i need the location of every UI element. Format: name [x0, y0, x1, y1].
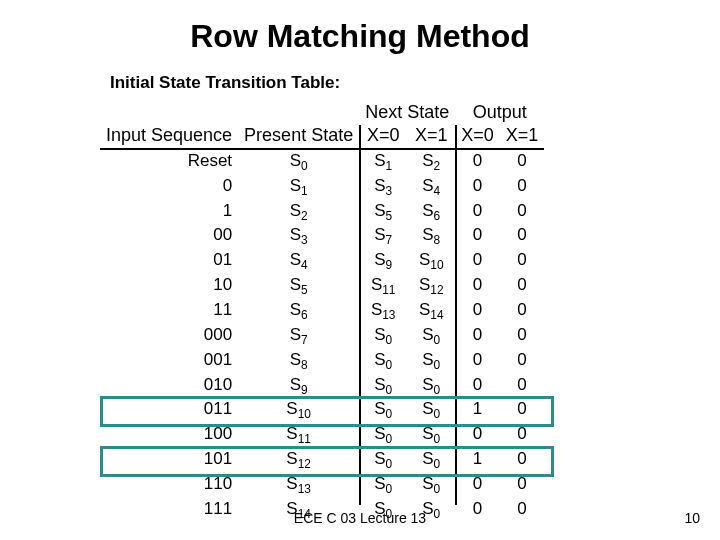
table-row: 11S6S13S1400: [100, 299, 544, 324]
table-row: 000S7S0S000: [100, 324, 544, 349]
cell-out-x1: 0: [500, 175, 545, 200]
column-divider: [359, 125, 361, 505]
cell-input-seq: 010: [100, 374, 238, 399]
cell-out-x1: 0: [500, 374, 545, 399]
table-row: 100S11S0S000: [100, 423, 544, 448]
cell-next-x1: S4: [407, 175, 455, 200]
table-row: 010S9S0S000: [100, 374, 544, 399]
cell-out-x1: 0: [500, 149, 545, 175]
cell-out-x1: 0: [500, 200, 545, 225]
cell-out-x1: 0: [500, 299, 545, 324]
cell-input-seq: 0: [100, 175, 238, 200]
cell-next-x0: S9: [359, 249, 407, 274]
cell-out-x0: 0: [455, 224, 500, 249]
table-row: ResetS0S1S200: [100, 149, 544, 175]
cell-out-x0: 1: [455, 398, 500, 423]
cell-next-x1: S6: [407, 200, 455, 225]
table-row: 101S12S0S010: [100, 448, 544, 473]
cell-out-x0: 0: [455, 349, 500, 374]
cell-next-x1: S14: [407, 299, 455, 324]
cell-next-x1: S0: [407, 324, 455, 349]
cell-present-state: S7: [238, 324, 359, 349]
cell-input-seq: Reset: [100, 149, 238, 175]
cell-input-seq: 01: [100, 249, 238, 274]
cell-out-x1: 0: [500, 448, 545, 473]
cell-present-state: S3: [238, 224, 359, 249]
state-transition-table: Next State Output Input Sequence Present…: [100, 101, 720, 523]
cell-input-seq: 100: [100, 423, 238, 448]
cell-out-x0: 0: [455, 200, 500, 225]
cell-next-x1: S0: [407, 473, 455, 498]
cell-present-state: S2: [238, 200, 359, 225]
cell-input-seq: 00: [100, 224, 238, 249]
next-state-header: Next State: [359, 101, 455, 124]
output-header: Output: [455, 101, 544, 124]
cell-out-x1: 0: [500, 473, 545, 498]
cell-next-x1: S10: [407, 249, 455, 274]
cell-next-x0: S0: [359, 324, 407, 349]
cell-next-x1: S0: [407, 423, 455, 448]
cell-next-x0: S5: [359, 200, 407, 225]
page-title: Row Matching Method: [0, 0, 720, 55]
cell-out-x0: 0: [455, 175, 500, 200]
cell-input-seq: 000: [100, 324, 238, 349]
cell-present-state: S10: [238, 398, 359, 423]
cell-next-x1: S0: [407, 349, 455, 374]
cell-next-x1: S0: [407, 374, 455, 399]
cell-next-x0: S0: [359, 374, 407, 399]
table-row: 0S1S3S400: [100, 175, 544, 200]
cell-out-x1: 0: [500, 274, 545, 299]
column-divider: [455, 125, 457, 505]
cell-input-seq: 1: [100, 200, 238, 225]
table-row: 001S8S0S000: [100, 349, 544, 374]
cell-next-x0: S0: [359, 473, 407, 498]
cell-present-state: S12: [238, 448, 359, 473]
cell-input-seq: 110: [100, 473, 238, 498]
cell-input-seq: 101: [100, 448, 238, 473]
cell-next-x0: S0: [359, 349, 407, 374]
cell-present-state: S11: [238, 423, 359, 448]
cell-next-x1: S0: [407, 398, 455, 423]
table-row: 1S2S5S600: [100, 200, 544, 225]
cell-present-state: S4: [238, 249, 359, 274]
cell-next-x1: S12: [407, 274, 455, 299]
cell-out-x1: 0: [500, 349, 545, 374]
footer-text: ECE C 03 Lecture 13: [0, 510, 720, 526]
table-row: 110S13S0S000: [100, 473, 544, 498]
col-out-x1: X=1: [500, 124, 545, 148]
cell-out-x0: 0: [455, 473, 500, 498]
cell-next-x0: S0: [359, 448, 407, 473]
cell-next-x0: S1: [359, 149, 407, 175]
cell-next-x0: S11: [359, 274, 407, 299]
table-row: 011S10S0S010: [100, 398, 544, 423]
cell-present-state: S0: [238, 149, 359, 175]
col-input-sequence: Input Sequence: [100, 124, 238, 148]
cell-out-x0: 0: [455, 374, 500, 399]
cell-out-x0: 0: [455, 324, 500, 349]
cell-present-state: S6: [238, 299, 359, 324]
cell-next-x0: S0: [359, 398, 407, 423]
table-row: 00S3S7S800: [100, 224, 544, 249]
cell-next-x0: S0: [359, 423, 407, 448]
cell-out-x1: 0: [500, 249, 545, 274]
col-out-x0: X=0: [455, 124, 500, 148]
cell-out-x1: 0: [500, 423, 545, 448]
cell-out-x0: 0: [455, 274, 500, 299]
page-number: 10: [684, 510, 700, 526]
cell-next-x1: S8: [407, 224, 455, 249]
cell-next-x1: S0: [407, 448, 455, 473]
cell-out-x1: 0: [500, 324, 545, 349]
cell-out-x0: 0: [455, 299, 500, 324]
subtitle: Initial State Transition Table:: [110, 73, 720, 93]
cell-present-state: S5: [238, 274, 359, 299]
cell-present-state: S9: [238, 374, 359, 399]
table-row: 10S5S11S1200: [100, 274, 544, 299]
cell-input-seq: 001: [100, 349, 238, 374]
cell-out-x0: 1: [455, 448, 500, 473]
cell-next-x0: S13: [359, 299, 407, 324]
cell-out-x0: 0: [455, 423, 500, 448]
cell-input-seq: 11: [100, 299, 238, 324]
cell-next-x0: S7: [359, 224, 407, 249]
cell-input-seq: 10: [100, 274, 238, 299]
cell-present-state: S13: [238, 473, 359, 498]
